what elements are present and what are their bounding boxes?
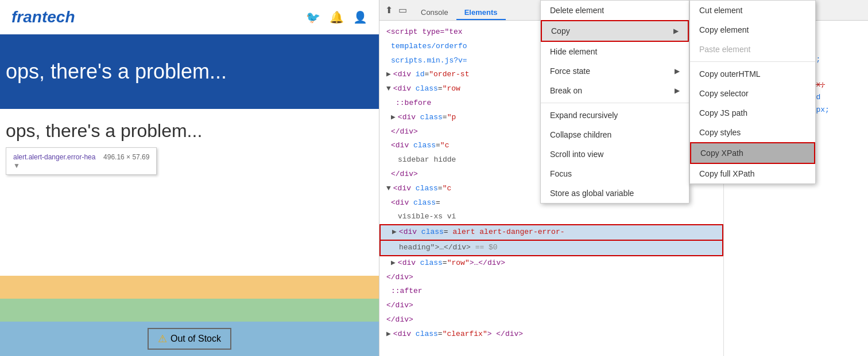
banner-text: ops, there's a problem... — [6, 60, 227, 84]
tree-line: </div> — [379, 271, 723, 285]
out-of-stock-label: Out of Stock — [170, 334, 221, 344]
menu-arrow-break-on: ▶ — [675, 87, 680, 95]
menu-label-copy: Copy — [551, 26, 570, 36]
menu-label-focus: Focus — [550, 169, 572, 178]
menu-item-hide[interactable]: Hide element — [541, 42, 689, 61]
menu-item-scroll[interactable]: Scroll into view — [541, 144, 689, 164]
colored-bands: ⚠ Out of Stock — [0, 276, 379, 356]
devtools-tabs: Console Elements — [413, 0, 506, 20]
submenu-label-xpath: Copy XPath — [700, 148, 743, 158]
menu-item-store[interactable]: Store as global variable — [541, 183, 689, 203]
tree-line: </div> — [379, 313, 723, 327]
tree-line: ▶<div class="row">…</div> — [379, 256, 723, 271]
bell-icon[interactable]: 🔔 — [330, 10, 344, 24]
submenu-item-copy-xpath[interactable]: Copy XPath — [690, 142, 815, 164]
menu-item-focus[interactable]: Focus — [541, 164, 689, 183]
submenu-item-copy-outerhtml[interactable]: Copy outerHTML — [690, 64, 815, 84]
submenu-item-copy-selector[interactable]: Copy selector — [690, 84, 815, 103]
alert-danger-text: ops, there's a problem... — [6, 120, 373, 142]
submenu-item-copy-jspath[interactable]: Copy JS path — [690, 103, 815, 123]
user-icon[interactable]: 👤 — [353, 10, 367, 24]
submenu-item-paste[interactable]: Paste element — [690, 40, 815, 59]
logo-plain: fran — [11, 8, 42, 26]
menu-item-collapse[interactable]: Collapse children — [541, 125, 689, 144]
warning-icon: ⚠ — [158, 332, 167, 345]
menu-label-collapse: Collapse children — [550, 130, 611, 139]
band-blue: ⚠ Out of Stock — [0, 322, 379, 356]
menu-item-copy[interactable]: Copy ▶ — [541, 21, 689, 42]
submenu-label-jspath: Copy JS path — [699, 108, 747, 118]
submenu-item-copy-full-xpath[interactable]: Copy full XPath — [690, 164, 815, 183]
context-submenu: Cut element Copy element Paste element C… — [689, 21, 816, 184]
out-of-stock-button[interactable]: ⚠ Out of Stock — [148, 328, 231, 350]
submenu-label-outerhtml: Copy outerHTML — [699, 69, 761, 79]
element-selector: alert.alert-danger.error-hea — [13, 153, 95, 161]
alert-section: ops, there's a problem... alert.alert-da… — [0, 109, 379, 184]
band-green — [0, 299, 379, 322]
tab-elements[interactable]: Elements — [456, 6, 506, 20]
menu-label-force-state: Force state — [550, 66, 590, 76]
menu-item-force-state[interactable]: Force state ▶ — [541, 61, 689, 81]
devtools-panel: ⬆ ▭ Console Elements <script type="tex t… — [379, 0, 868, 356]
menu-divider — [541, 103, 689, 103]
menu-item-expand[interactable]: Expand recursively — [541, 105, 689, 125]
menu-label-hide: Hide element — [550, 47, 598, 56]
band-orange — [0, 276, 379, 299]
tree-line: ::after — [379, 284, 723, 299]
submenu-label-full-xpath: Copy full XPath — [699, 169, 755, 178]
submenu-label-copy-element: Copy element — [699, 25, 749, 34]
cursor-icon[interactable]: ⬆ — [385, 5, 393, 15]
tree-line: ▶<div class="clearfix"> </div> — [379, 327, 723, 342]
devtools-body: <script type="tex templates/orderfo scri… — [379, 21, 868, 356]
device-icon[interactable]: ▭ — [398, 5, 407, 15]
submenu-item-copy-styles[interactable]: Copy styles — [690, 123, 815, 142]
tab-console[interactable]: Console — [413, 6, 456, 20]
tree-line-highlighted-2[interactable]: heading">…</div> == $0 — [379, 241, 723, 256]
tree-line: </div> — [379, 299, 723, 313]
tree-line-highlighted[interactable]: ▶<div class= alert alert-danger-error- — [379, 224, 723, 241]
menu-label-scroll: Scroll into view — [550, 150, 603, 159]
menu-label-store: Store as global variable — [550, 189, 634, 198]
submenu-item-copy-element[interactable]: Copy element — [690, 21, 815, 40]
submenu-label-styles: Copy styles — [699, 128, 741, 137]
element-size: 496.16 × 57.69 — [103, 153, 149, 161]
menu-arrow-force-state: ▶ — [675, 67, 680, 75]
menu-arrow-copy: ▶ — [673, 27, 679, 35]
submenu-divider — [690, 61, 815, 62]
submenu-label-selector: Copy selector — [699, 89, 749, 98]
website-panel: frantech 🐦 🔔 👤 ops, there's a problem...… — [0, 0, 379, 356]
menu-label-expand: Expand recursively — [550, 111, 618, 120]
element-tooltip: alert.alert-danger.error-hea 496.16 × 57… — [6, 147, 157, 175]
blue-banner: ops, there's a problem... — [0, 34, 379, 109]
context-menu: Delete element Copy ▶ Hide element Force… — [540, 21, 689, 204]
menu-item-break-on[interactable]: Break on ▶ — [541, 81, 689, 100]
header-icons: 🐦 🔔 👤 — [306, 10, 367, 24]
submenu-label-paste: Paste element — [699, 45, 751, 54]
menu-label-break-on: Break on — [550, 86, 582, 95]
logo-styled: tech — [42, 8, 75, 26]
site-logo: frantech — [11, 8, 75, 26]
tree-line: visible-xs vi — [379, 210, 723, 224]
twitter-icon[interactable]: 🐦 — [306, 10, 320, 24]
site-header: frantech 🐦 🔔 👤 — [0, 0, 379, 34]
